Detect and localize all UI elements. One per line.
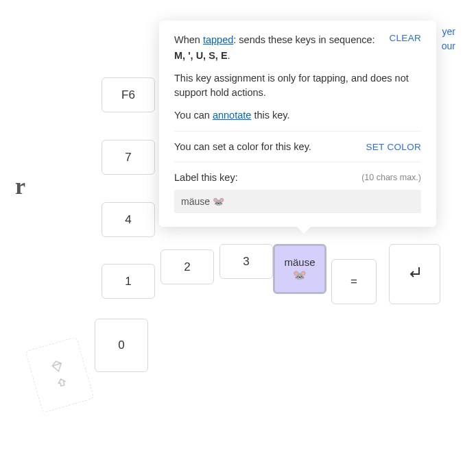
color-text: You can set a color for this key.: [174, 141, 311, 152]
label-hint: (10 chars max.): [361, 173, 421, 182]
enter-icon: [407, 265, 423, 284]
blank-key-icons: [49, 358, 71, 392]
corner-hints: yer our: [442, 25, 455, 53]
key-mause-label: mäuse: [284, 256, 315, 269]
key-0[interactable]: 0: [95, 319, 148, 372]
key-f6[interactable]: F6: [102, 77, 155, 112]
divider: [174, 131, 421, 132]
key-3[interactable]: 3: [219, 244, 273, 279]
key-2[interactable]: 2: [160, 249, 214, 284]
key-4[interactable]: 4: [102, 202, 155, 237]
key-7[interactable]: 7: [102, 140, 155, 175]
annotate-link[interactable]: annotate: [213, 110, 251, 121]
key-label-input[interactable]: [174, 190, 421, 213]
corner-line-1: yer: [442, 25, 455, 39]
key-mause-selected[interactable]: mäuse 🐭: [273, 244, 326, 294]
tap-only-note: This key assignment is only for tapping,…: [174, 71, 421, 100]
clear-button[interactable]: CLEAR: [389, 33, 421, 43]
key-enter[interactable]: [389, 244, 440, 304]
corner-line-2: our: [442, 39, 455, 53]
label-prompt: Label this key:: [174, 172, 238, 183]
set-color-button[interactable]: SET COLOR: [366, 142, 421, 152]
up-arrow-icon: [53, 375, 71, 392]
key-config-popover: When tapped: sends these keys in sequenc…: [159, 21, 436, 227]
divider: [174, 162, 421, 162]
key-blank-rotated[interactable]: [25, 336, 95, 413]
mouse-emoji-icon: 🐭: [293, 269, 307, 282]
key-1[interactable]: 1: [102, 264, 155, 299]
tapped-link[interactable]: tapped: [203, 34, 233, 45]
key-sequence: M, ', U, S, E: [174, 50, 228, 61]
diamond-icon: [49, 358, 66, 375]
key-equals[interactable]: =: [331, 259, 377, 304]
decorative-letter: r: [15, 173, 25, 199]
